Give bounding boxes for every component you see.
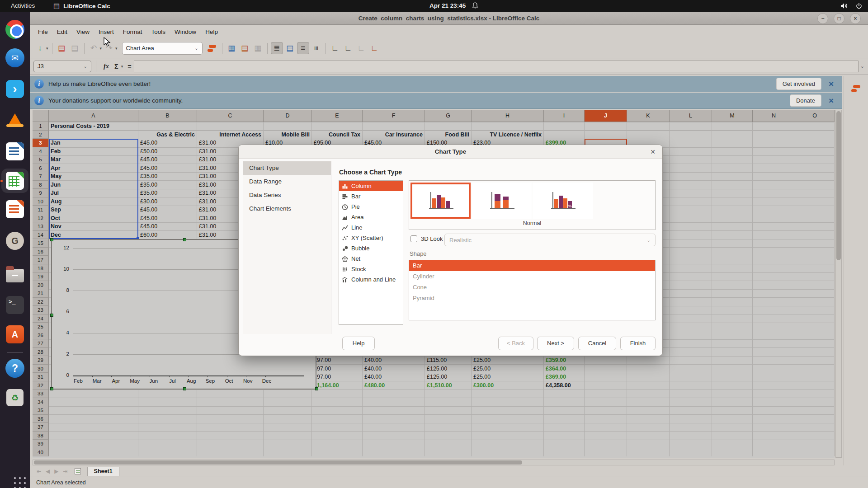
subtype-normal[interactable] <box>410 183 471 219</box>
cell-B7[interactable]: £35.00 <box>138 172 197 181</box>
row-header-31[interactable]: 31 <box>33 373 49 381</box>
cell-G29[interactable]: £115.00 <box>425 356 472 365</box>
row-header-37[interactable]: 37 <box>33 423 49 432</box>
menu-format[interactable]: Format <box>118 27 147 37</box>
cell-B5[interactable]: £45.00 <box>138 155 197 164</box>
column-header-C[interactable]: C <box>197 110 264 122</box>
system-status-area[interactable] <box>840 2 863 9</box>
row-header-22[interactable]: 22 <box>33 298 49 306</box>
undo-icon-dropdown[interactable]: ▾ <box>100 46 102 51</box>
chart-selection-handle[interactable] <box>50 238 53 241</box>
column-header-I[interactable]: I <box>544 110 585 122</box>
cell-F30[interactable]: £40.00 <box>363 365 425 373</box>
dock-app-grid[interactable] <box>5 468 25 488</box>
row-header-21[interactable]: 21 <box>33 289 49 298</box>
get-involved-button[interactable]: Get involved <box>776 78 821 90</box>
data-ranges-icon[interactable]: ▤ <box>239 42 251 54</box>
dialog-nav-chart-elements[interactable]: Chart Elements <box>243 202 331 216</box>
cell-H30[interactable]: £25.00 <box>472 365 544 373</box>
column-header-H[interactable]: H <box>472 110 544 122</box>
row-header-5[interactable]: 5 <box>33 155 49 164</box>
next-button[interactable]: Next > <box>537 337 574 350</box>
dock-gimp[interactable]: G <box>5 231 25 251</box>
row-header-13[interactable]: 13 <box>33 222 49 231</box>
cell-B2[interactable]: Gas & Electric <box>138 131 197 139</box>
menu-insert[interactable]: Insert <box>94 27 118 37</box>
column-header-K[interactable]: K <box>627 110 670 122</box>
expand-formula-bar-icon[interactable]: ⌄ <box>860 63 864 69</box>
dock-vlc[interactable] <box>5 110 25 130</box>
row-header-20[interactable]: 20 <box>33 281 49 290</box>
activities-button[interactable]: Activities <box>8 2 38 9</box>
sheet-tab-sheet1[interactable]: Sheet1 <box>87 467 119 476</box>
export-directly-icon-dropdown[interactable]: ▾ <box>46 46 48 51</box>
cell-B14[interactable]: £60.00 <box>138 231 197 239</box>
cell-F29[interactable]: £40.00 <box>363 356 425 365</box>
cell-E2[interactable]: Council Tax <box>312 131 363 139</box>
column-header-F[interactable]: F <box>363 110 425 122</box>
dock-thunderbird[interactable]: ✉ <box>5 48 25 68</box>
x-axis-icon[interactable]: ∟ <box>329 42 341 54</box>
format-selection-icon[interactable] <box>207 42 219 54</box>
all-axes-icon[interactable]: ∟ <box>368 42 381 54</box>
cell-B4[interactable]: £50.00 <box>138 147 197 156</box>
chart-selection-handle[interactable] <box>183 387 186 390</box>
sum-dropdown-icon[interactable]: ▾ <box>121 64 123 69</box>
dialog-nav-data-range[interactable]: Data Range <box>243 175 331 188</box>
chart-type-option-bubble[interactable]: Bubble <box>339 243 403 253</box>
dock-libreoffice-calc[interactable] <box>5 171 25 191</box>
vertical-scrollbar-thumb[interactable] <box>836 111 841 260</box>
row-header-15[interactable]: 15 <box>33 239 49 248</box>
row-header-9[interactable]: 9 <box>33 189 49 197</box>
chart-type-option-line[interactable]: Line <box>339 222 403 233</box>
row-header-35[interactable]: 35 <box>33 406 49 415</box>
cell-E29[interactable]: £97.00 <box>312 356 363 365</box>
cell-I31[interactable]: £369.00 <box>544 373 585 381</box>
chart-element-selector[interactable]: Chart Area ⌄ <box>122 42 203 55</box>
first-sheet-icon[interactable]: ⇤ <box>37 468 41 474</box>
maximize-button[interactable]: □ <box>834 13 844 24</box>
cell-H31[interactable]: £25.00 <box>472 373 544 381</box>
column-header-B[interactable]: B <box>138 110 197 122</box>
chart-type-option-stock[interactable]: Stock <box>339 264 403 274</box>
cell-I29[interactable]: £359.00 <box>544 356 585 365</box>
row-header-7[interactable]: 7 <box>33 172 49 181</box>
select-all-corner[interactable] <box>33 110 49 122</box>
close-icon[interactable]: × <box>829 96 834 106</box>
finish-button[interactable]: Finish <box>620 337 656 350</box>
dock-ubuntu-software[interactable]: A <box>5 324 25 344</box>
cancel-button[interactable]: Cancel <box>578 337 616 350</box>
menu-window[interactable]: Window <box>170 27 201 37</box>
row-header-24[interactable]: 24 <box>33 314 49 323</box>
shape-option-cylinder[interactable]: Cylinder <box>409 271 655 282</box>
column-header-O[interactable]: O <box>795 110 835 122</box>
column-header-M[interactable]: M <box>712 110 753 122</box>
menu-edit[interactable]: Edit <box>52 27 72 37</box>
close-button[interactable]: × <box>850 13 861 24</box>
row-header-34[interactable]: 34 <box>33 398 49 407</box>
chart-type-option-column[interactable]: Column <box>339 181 403 191</box>
row-header-3[interactable]: 3 <box>33 139 49 147</box>
subtype-percent[interactable]: % <box>533 183 593 219</box>
menu-file[interactable]: File <box>33 27 52 37</box>
donate-button[interactable]: Donate <box>790 94 821 107</box>
row-header-33[interactable]: 33 <box>33 389 49 398</box>
cell-B3[interactable]: £45.00 <box>138 139 197 147</box>
row-header-1[interactable]: 1 <box>33 122 49 131</box>
chart-selection-handle[interactable] <box>50 387 53 390</box>
dialog-nav-chart-type[interactable]: Chart Type <box>243 161 331 175</box>
cell-B6[interactable]: £45.00 <box>138 164 197 173</box>
cell-G2[interactable]: Food Bill <box>425 131 472 139</box>
legend-on-off-icon[interactable]: ≣ <box>271 42 283 54</box>
column-header-G[interactable]: G <box>425 110 472 122</box>
column-header-N[interactable]: N <box>753 110 795 122</box>
dialog-close-icon[interactable]: ✕ <box>648 147 658 156</box>
row-header-26[interactable]: 26 <box>33 331 49 340</box>
chart-type-option-net[interactable]: Net <box>339 253 403 264</box>
horizontal-grids-icon[interactable]: ≡ <box>297 42 309 54</box>
data-labels-icon[interactable]: ▤ <box>284 42 296 54</box>
export-as-pdf-icon[interactable]: ▤ <box>56 42 68 54</box>
subtype-stacked[interactable] <box>472 183 532 219</box>
function-wizard-icon[interactable]: fx <box>104 62 109 70</box>
row-header-23[interactable]: 23 <box>33 306 49 314</box>
